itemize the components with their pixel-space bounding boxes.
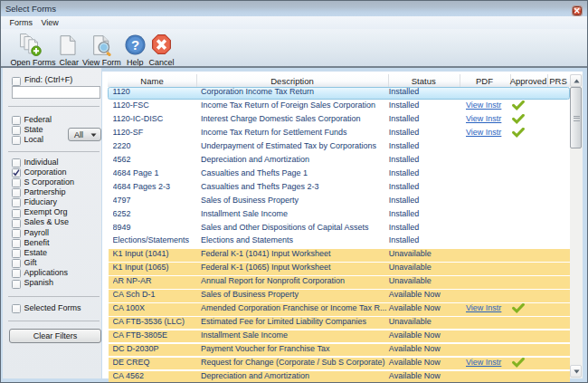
svg-text:?: ? xyxy=(131,37,139,53)
